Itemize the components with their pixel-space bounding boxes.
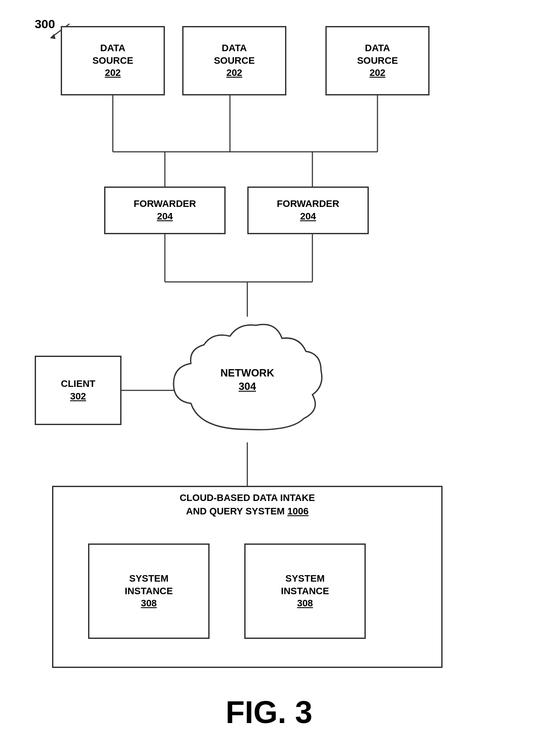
system-instance-1-ref: 308 xyxy=(141,597,157,610)
data-source-2-box: DATA SOURCE 202 xyxy=(182,26,286,95)
data-source-2-label: DATA SOURCE xyxy=(214,42,255,67)
system-instance-2-box: SYSTEM INSTANCE 308 xyxy=(244,543,366,639)
data-source-3-label: DATA SOURCE xyxy=(357,42,398,67)
data-source-2-ref: 202 xyxy=(226,67,243,79)
cloud-system-title: CLOUD-BASED DATA INTAKEAND QUERY SYSTEM … xyxy=(53,487,441,523)
system-instance-1-label: SYSTEM INSTANCE xyxy=(125,573,173,597)
cloud-system-outer-box: CLOUD-BASED DATA INTAKEAND QUERY SYSTEM … xyxy=(52,486,443,668)
data-source-3-ref: 202 xyxy=(370,67,386,79)
client-label: CLIENT xyxy=(61,378,95,390)
data-source-3-box: DATA SOURCE 202 xyxy=(325,26,430,95)
system-instance-1-box: SYSTEM INSTANCE 308 xyxy=(88,543,210,639)
forwarder-2-box: FORWARDER 204 xyxy=(247,187,369,234)
network-label: NETWORK 304 xyxy=(220,366,274,393)
diagram-container: 300 DATA SOURCE 202 DATA SOURCE 202 DATA… xyxy=(0,0,538,756)
data-source-1-label: DATA SOURCE xyxy=(92,42,133,67)
system-instance-2-label: SYSTEM INSTANCE xyxy=(281,573,329,597)
network-cloud: NETWORK 304 xyxy=(165,317,330,442)
forwarder-2-label: FORWARDER xyxy=(277,198,339,210)
client-ref: 302 xyxy=(70,390,86,403)
system-instance-2-ref: 308 xyxy=(297,597,313,610)
client-box: CLIENT 302 xyxy=(35,356,121,425)
forwarder-1-box: FORWARDER 204 xyxy=(104,187,226,234)
data-source-1-box: DATA SOURCE 202 xyxy=(61,26,165,95)
data-source-1-ref: 202 xyxy=(105,67,121,79)
forwarder-1-label: FORWARDER xyxy=(134,198,196,210)
forwarder-2-ref: 204 xyxy=(300,210,316,223)
figure-label: FIG. 3 xyxy=(226,694,312,730)
forwarder-1-ref: 204 xyxy=(157,210,173,223)
